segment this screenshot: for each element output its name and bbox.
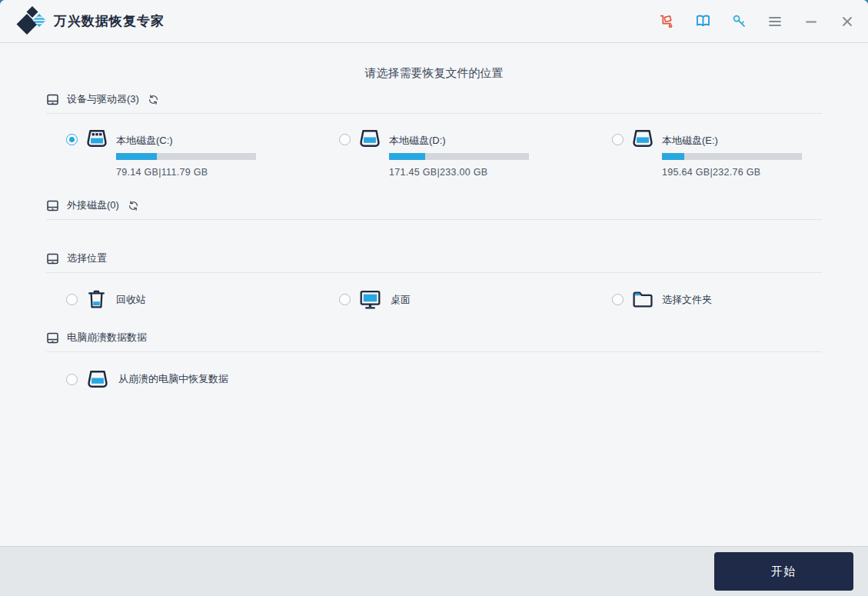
locations-row: 回收站 桌面 xyxy=(46,289,822,310)
drive-item-c[interactable]: 本地磁盘(C:) 79.14 GB|111.79 GB xyxy=(66,128,339,178)
drive-small-icon xyxy=(46,331,59,345)
radio-drive-e[interactable] xyxy=(612,134,624,145)
page-title: 请选择需要恢复文件的位置 xyxy=(46,66,822,81)
location-label-desktop: 桌面 xyxy=(391,293,411,307)
drive-usage-bar-e xyxy=(662,153,802,160)
radio-drive-d[interactable] xyxy=(339,134,351,145)
titlebar-icons xyxy=(658,13,856,30)
drive-icon xyxy=(86,369,109,389)
drive-label-d: 本地磁盘(D:) xyxy=(389,134,529,148)
radio-recycle-bin[interactable] xyxy=(66,294,78,305)
drive-usage-bar-d xyxy=(389,153,529,160)
drive-info-d: 本地磁盘(D:) 171.45 GB|233.00 GB xyxy=(389,128,529,178)
menu-icon[interactable] xyxy=(767,13,783,30)
start-button[interactable]: 开始 xyxy=(714,552,853,591)
section-header-external: 外接磁盘(0) xyxy=(46,198,822,220)
drive-label-c: 本地磁盘(C:) xyxy=(116,134,256,148)
section-header-location: 选择位置 xyxy=(46,251,822,273)
refresh-icon[interactable] xyxy=(128,201,138,211)
minimize-icon[interactable] xyxy=(803,13,820,30)
drive-info-e: 本地磁盘(E:) 195.64 GB|232.76 GB xyxy=(662,128,802,178)
close-icon[interactable] xyxy=(839,13,856,30)
main-content: 请选择需要恢复文件的位置 设备与驱动器(3) xyxy=(0,43,868,546)
app-title: 万兴数据恢复专家 xyxy=(54,12,165,30)
drive-item-d[interactable]: 本地磁盘(D:) 171.45 GB|233.00 GB xyxy=(339,128,612,178)
radio-folder[interactable] xyxy=(612,294,624,305)
section-label-external: 外接磁盘(0) xyxy=(67,198,119,212)
section-label-devices: 设备与驱动器(3) xyxy=(67,92,139,106)
drives-row: 本地磁盘(C:) 79.14 GB|111.79 GB 本地磁盘(D:) xyxy=(46,128,822,178)
drive-info-c: 本地磁盘(C:) 79.14 GB|111.79 GB xyxy=(116,128,256,178)
recycle-bin-icon xyxy=(86,289,107,310)
drive-item-e[interactable]: 本地磁盘(E:) 195.64 GB|232.76 GB xyxy=(612,128,822,178)
radio-desktop[interactable] xyxy=(339,294,351,305)
title-bar: 万兴数据恢复专家 xyxy=(0,0,868,43)
drive-small-icon xyxy=(46,199,59,212)
system-drive-icon xyxy=(85,128,108,148)
app-logo-icon xyxy=(15,5,48,38)
location-label-folder: 选择文件夹 xyxy=(662,293,712,307)
location-item-recycle-bin[interactable]: 回收站 xyxy=(66,289,339,310)
section-header-devices: 设备与驱动器(3) xyxy=(46,92,822,114)
section-header-crash: 电脑崩溃数据数据 xyxy=(46,331,822,352)
crash-row: 从崩溃的电脑中恢复数据 xyxy=(46,369,822,389)
drive-size-c: 79.14 GB|111.79 GB xyxy=(116,167,256,178)
location-label-recycle-bin: 回收站 xyxy=(116,293,146,307)
location-item-folder[interactable]: 选择文件夹 xyxy=(612,289,822,310)
drive-label-e: 本地磁盘(E:) xyxy=(662,134,802,148)
drive-icon xyxy=(631,128,654,148)
desktop-icon xyxy=(359,289,381,310)
crash-recover-item[interactable]: 从崩溃的电脑中恢复数据 xyxy=(66,369,822,389)
section-label-crash: 电脑崩溃数据数据 xyxy=(67,331,147,345)
crash-recover-label: 从崩溃的电脑中恢复数据 xyxy=(118,372,228,386)
location-item-desktop[interactable]: 桌面 xyxy=(339,289,612,310)
drive-small-icon xyxy=(46,252,59,265)
book-icon[interactable] xyxy=(694,13,711,30)
radio-crash-recover[interactable] xyxy=(66,374,78,385)
key-icon[interactable] xyxy=(730,13,747,30)
drive-size-d: 171.45 GB|233.00 GB xyxy=(389,167,529,178)
cart-icon[interactable] xyxy=(658,13,675,30)
refresh-icon[interactable] xyxy=(148,95,158,105)
app-window: 万兴数据恢复专家 xyxy=(0,0,868,596)
section-label-location: 选择位置 xyxy=(67,251,107,265)
radio-drive-c[interactable] xyxy=(66,134,78,145)
footer-bar: 开始 xyxy=(0,546,868,596)
drive-usage-bar-c xyxy=(116,153,256,160)
drive-size-e: 195.64 GB|232.76 GB xyxy=(662,167,802,178)
drive-icon xyxy=(358,128,381,148)
drive-small-icon xyxy=(46,93,59,106)
folder-icon xyxy=(632,291,653,308)
